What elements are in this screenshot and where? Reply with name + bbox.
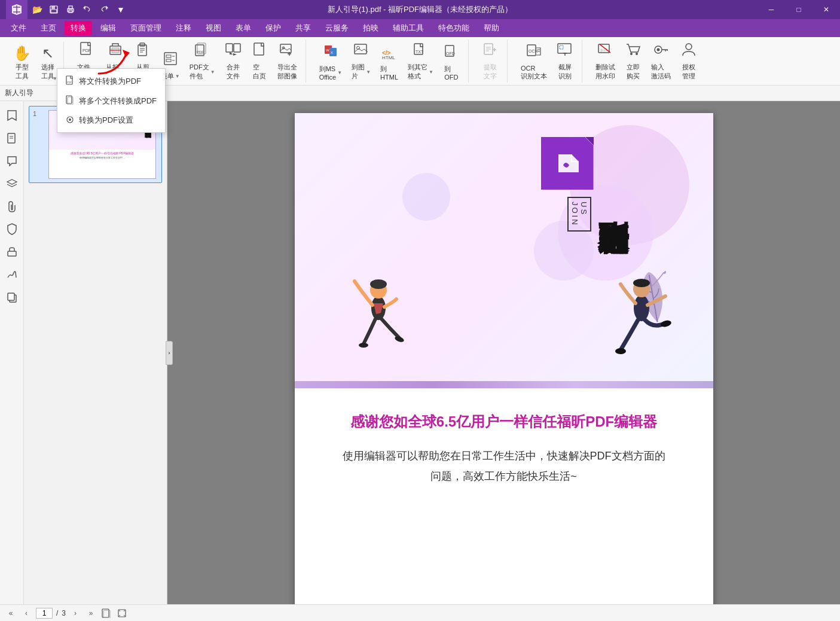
menu-features[interactable]: 特色功能 (432, 21, 475, 35)
sidebar-security-icon[interactable] (2, 220, 22, 239)
panel-collapse-btn[interactable]: › (166, 341, 173, 365)
sidebar-layers-icon[interactable] (2, 174, 22, 193)
license-buttons: 水印 删除试用水印 立即购买 输入激活码 授权管理 (592, 39, 701, 83)
svg-text:W: W (326, 48, 329, 52)
extract-text-btn[interactable]: 提取文字 (478, 39, 502, 83)
menu-help[interactable]: 帮助 (478, 21, 505, 35)
menu-convert[interactable]: 转换 (65, 21, 92, 35)
pdf-top-section: JOINUS 欢迎来到福昕 (295, 113, 713, 388)
first-page-btn[interactable]: « (5, 607, 17, 619)
convert-to-pdf-icon: PDF (66, 75, 74, 87)
menu-protect[interactable]: 保护 (259, 21, 287, 35)
circle-4 (402, 173, 450, 221)
menu-home[interactable]: 主页 (35, 21, 62, 35)
form-icon (162, 50, 179, 71)
sidebar-attachment-icon[interactable] (2, 197, 22, 216)
activation-btn[interactable]: 输入激活码 (647, 39, 674, 83)
logo-corner-fold (585, 137, 594, 145)
qa-save-btn[interactable] (47, 2, 61, 17)
to-ms-office-btn[interactable]: WX 到MSOffice▼ (316, 41, 346, 83)
user-icon (680, 41, 697, 62)
menu-view[interactable]: 视图 (200, 21, 227, 35)
window-controls: ─ □ ✕ (757, 0, 840, 19)
screen-recognize-btn[interactable]: 截屏识别 (553, 39, 577, 83)
menu-file[interactable]: 文件 (5, 21, 32, 35)
svg-text:PDF: PDF (67, 81, 72, 84)
status-bar: « ‹ / 3 › » (0, 604, 840, 621)
page-number-input[interactable] (36, 608, 53, 619)
remove-watermark-btn[interactable]: 水印 删除试用水印 (592, 39, 619, 83)
to-ofd-btn[interactable]: OFD 到OFD (439, 41, 463, 83)
menu-capture[interactable]: 拍映 (357, 21, 384, 35)
menu-page-manage[interactable]: 页面管理 (124, 21, 167, 35)
qa-undo-btn[interactable] (80, 2, 94, 17)
svg-text:PDF: PDF (83, 48, 91, 53)
sidebar-stamp-icon[interactable] (2, 242, 22, 261)
select-tool-btn[interactable]: ↖ 选择工具 ▼ (37, 43, 59, 83)
ocr-buttons: OCR OCR识别文本 截屏识别 (517, 39, 577, 83)
cursor-icon: ↖ (42, 45, 54, 62)
sidebar-copy-icon[interactable] (2, 288, 22, 307)
menu-bar: 文件 主页 转换 编辑 页面管理 注释 视图 表单 保护 共享 云服务 拍映 辅… (0, 19, 840, 37)
last-page-btn[interactable]: » (85, 607, 97, 619)
svg-rect-1 (51, 6, 55, 9)
qa-open-btn[interactable]: 📂 (30, 2, 44, 17)
to-html-btn[interactable]: </>HTML 到HTML (377, 41, 402, 83)
ocr-recognize-btn[interactable]: OCR OCR识别文本 (517, 41, 551, 83)
sidebar-sign-icon[interactable] (2, 265, 22, 284)
blank-page-btn[interactable]: 空白页 (248, 39, 271, 83)
pdf-body-text-2: 问题，高效工作方能快乐生活~ (331, 466, 677, 486)
svg-text:水印: 水印 (600, 47, 607, 53)
menu-cloud[interactable]: 云服务 (319, 21, 355, 35)
sidebar-comment-icon[interactable] (2, 151, 22, 171)
file-convert-dropdown: PDF 将文件转换为PDF 将多个文件转换成PDF 转换为PDF设置 (57, 68, 166, 133)
merge-btn[interactable]: 合并文件 (221, 39, 245, 83)
menu-edit[interactable]: 编辑 (94, 21, 122, 35)
maximize-btn[interactable]: □ (785, 0, 812, 19)
to-image-btn[interactable]: 到图片▼ (348, 39, 374, 83)
menu-share[interactable]: 共享 (289, 21, 317, 35)
pdf-view-area[interactable]: JOINUS 欢迎来到福昕 (167, 101, 840, 605)
qa-dropdown-btn[interactable]: ▼ (114, 2, 128, 17)
panel-area: 1 欢迎来到福昕 感谢您如全球6.5亿用户一样信任福昕PDF编辑器 使用编辑器可… (24, 101, 167, 605)
qa-redo-btn[interactable] (97, 2, 111, 17)
pdf-package-btn[interactable]: PDF PDF文件包▼ (186, 39, 219, 83)
quick-access-toolbar: 📂 ▼ (30, 2, 128, 17)
welcome-vertical-text: JOINUS 欢迎来到福昕 (567, 197, 630, 232)
convert-to-pdf-item[interactable]: PDF 将文件转换为PDF (57, 71, 165, 91)
svg-text:HTML: HTML (382, 55, 395, 60)
svg-rect-25 (234, 44, 240, 52)
minimize-btn[interactable]: ─ (757, 0, 785, 19)
menu-form[interactable]: 表单 (230, 21, 257, 35)
breadcrumb: 新人引导 (5, 88, 33, 98)
convert-multiple-to-pdf-item[interactable]: 将多个文件转换成PDF (57, 91, 165, 111)
menu-assist[interactable]: 辅助工具 (387, 21, 430, 35)
svg-text:X: X (331, 51, 333, 54)
pdf-body-text-1: 使用编辑器可以帮助您在日常工作生活中，快速解决PDF文档方面的 (331, 446, 677, 466)
sidebar-pages-icon[interactable] (2, 129, 22, 148)
export-images-btn[interactable]: 导出全部图像 (274, 39, 301, 83)
key-icon (652, 41, 669, 62)
auth-manage-btn[interactable]: 授权管理 (677, 39, 701, 83)
prev-page-btn[interactable]: ‹ (20, 607, 32, 619)
buy-btn[interactable]: 立即购买 (621, 39, 645, 83)
sidebar-bookmark-icon[interactable] (2, 106, 22, 125)
close-btn[interactable]: ✕ (812, 0, 840, 19)
tools-buttons: ✋ 手型工具 ↖ 选择工具 ▼ (10, 43, 59, 83)
convert-settings-item[interactable]: 转换为PDF设置 (57, 111, 165, 130)
save-copy-btn[interactable] (100, 607, 112, 619)
app-logo (6, 0, 28, 19)
fit-window-btn[interactable] (116, 607, 128, 619)
menu-annotate[interactable]: 注释 (170, 21, 197, 35)
next-page-btn[interactable]: › (69, 607, 81, 619)
qa-print-btn[interactable] (63, 2, 78, 17)
blank-page-icon (251, 41, 268, 62)
ribbon-group-extract: 提取文字 (474, 39, 508, 83)
svg-point-63 (686, 44, 692, 50)
svg-point-79 (615, 348, 626, 354)
settings-icon (66, 115, 74, 126)
to-other-btn[interactable]: TXT 到其它格式▼ (404, 39, 437, 83)
ms-office-icon: WX (322, 43, 339, 63)
hand-tool-btn[interactable]: ✋ 手型工具 (10, 43, 35, 83)
ribbon-group-convert-to: WX 到MSOffice▼ 到图片▼ </>HTML 到HTML TXT (311, 39, 469, 83)
